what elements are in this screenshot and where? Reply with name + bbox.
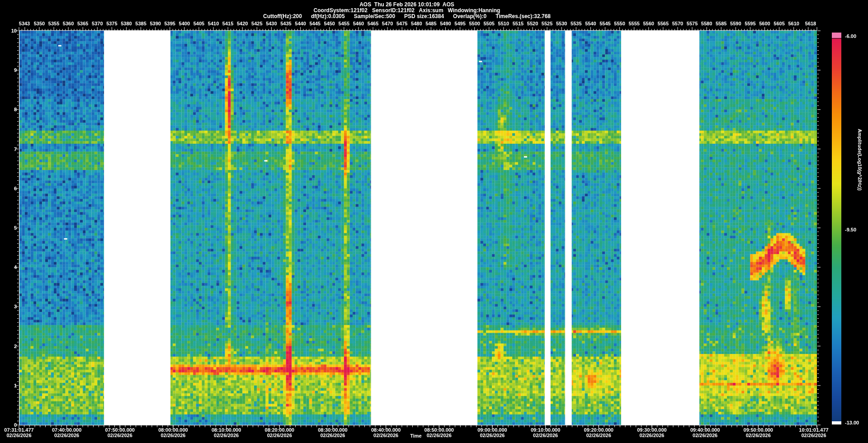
bottom-axis-time-label: 09:30:00.000	[637, 427, 666, 433]
y-axis-tick-label: 6	[14, 186, 17, 191]
top-axis-tick-label: 5415	[222, 21, 233, 26]
top-axis-tick-label: 5440	[295, 21, 306, 26]
y-axis-tick-label: 4	[14, 264, 17, 270]
top-axis-tick-label: 5610	[788, 21, 799, 26]
bottom-axis-time-label: 09:50:00.000	[744, 427, 773, 433]
spectrogram-canvas	[0, 0, 868, 443]
bottom-axis-date-label: 02/26/2026	[320, 433, 345, 438]
top-axis-tick-label: 5585	[716, 21, 726, 26]
top-axis-tick-label: 5500	[469, 21, 480, 26]
colorbar-axis-title: Amplitude(Log10(g^2/Hz))	[857, 129, 863, 191]
top-axis-tick-label: 5460	[353, 21, 364, 26]
bottom-axis-time-label: 10:01:01.477	[799, 427, 828, 433]
top-axis-tick-label: 5365	[77, 21, 88, 26]
bottom-axis-time-label: 07:50:00.000	[105, 427, 135, 433]
top-axis-tick-label: 5495	[454, 21, 465, 26]
bottom-axis-date-label: 02/26/2026	[586, 433, 611, 438]
bottom-axis-date-label: 02/26/2026	[214, 433, 239, 438]
top-axis-tick-label: 5520	[527, 21, 538, 26]
top-axis-tick-label: 5565	[658, 21, 669, 26]
bottom-axis-date-label: 02/26/2026	[639, 433, 664, 438]
bottom-axis-time-label: 09:10:00.000	[531, 427, 560, 433]
top-axis-tick-label: 5618	[805, 21, 816, 26]
top-axis-tick-label: 5605	[774, 21, 784, 26]
top-axis-tick-label: 5445	[309, 21, 320, 26]
top-axis-tick-label: 5410	[208, 21, 219, 26]
top-axis-tick-label: 5465	[368, 21, 378, 26]
top-axis-tick-label: 5435	[280, 21, 291, 26]
top-axis-tick-label: 5400	[179, 21, 190, 26]
top-axis-tick-label: 5525	[542, 21, 552, 26]
bottom-axis-time-label: 09:20:00.000	[584, 427, 613, 433]
top-axis-tick-label: 5535	[571, 21, 581, 26]
bottom-axis-time-label: 08:20:00.000	[265, 427, 294, 433]
top-axis-tick-label: 5360	[63, 21, 74, 26]
bottom-axis-time-label: 09:00:00.000	[477, 427, 507, 433]
y-axis-tick-label: 7	[14, 146, 17, 152]
top-axis-tick-label: 5470	[382, 21, 393, 26]
bottom-axis-time-label: 07:31:01.477	[4, 427, 33, 433]
top-axis-tick-label: 5540	[585, 21, 596, 26]
top-axis-tick-label: 5375	[106, 21, 117, 26]
y-axis-tick-label: 3	[14, 304, 17, 309]
top-axis-tick-label: 5350	[34, 21, 45, 26]
top-axis-tick-label: 5343	[19, 21, 30, 26]
top-axis-tick-label: 5515	[513, 21, 524, 26]
top-axis-tick-label: 5550	[614, 21, 625, 26]
y-axis-tick-label: 10	[11, 28, 17, 33]
bottom-axis-date-label: 02/26/2026	[746, 433, 771, 438]
header-params-line2: CoordSystem:121f02 SensorID:121f02 Axis:…	[0, 7, 814, 14]
header-params-line3: Cuttoff(Hz):200 df(Hz):0.0305 Sample/Sec…	[0, 13, 814, 19]
bottom-axis-date-label: 02/26/2026	[480, 433, 505, 438]
bottom-axis-date-label: 02/26/2026	[693, 433, 717, 438]
top-axis-tick-label: 5395	[164, 21, 175, 26]
colorbar-tick-mid: -9.50	[845, 227, 856, 232]
top-axis-tick-label: 5485	[425, 21, 436, 26]
bottom-axis-date-label: 02/26/2026	[801, 433, 826, 438]
top-axis-tick-label: 5570	[672, 21, 683, 26]
top-axis-tick-label: 5575	[687, 21, 698, 26]
top-axis-tick-label: 5530	[556, 21, 567, 26]
y-axis-tick-label: 1	[14, 383, 17, 388]
aos-spectrogram-window: AOS Thu 26 Feb 2026 10:01:09 AOS CoordSy…	[0, 0, 868, 443]
top-axis-tick-label: 5560	[643, 21, 654, 26]
bottom-axis-date-label: 02/26/2026	[54, 433, 79, 438]
top-axis-tick-label: 5385	[135, 21, 146, 26]
bottom-axis-time-label: 07:40:00.000	[52, 427, 81, 433]
top-axis-tick-label: 5390	[150, 21, 160, 26]
y-axis-tick-label: 2	[14, 344, 17, 349]
top-axis-tick-label: 5380	[121, 21, 132, 26]
x-axis-title: Time	[389, 433, 443, 438]
y-axis-tick-label: 8	[14, 107, 17, 112]
top-axis-tick-label: 5480	[411, 21, 422, 26]
y-axis-tick-label: 9	[14, 67, 17, 73]
window-title: AOS Thu 26 Feb 2026 10:01:09 AOS	[0, 1, 814, 8]
top-axis-tick-label: 5510	[498, 21, 509, 26]
top-axis-tick-label: 5420	[237, 21, 248, 26]
y-axis-tick-label: 5	[14, 225, 17, 231]
top-axis-tick-label: 5595	[745, 21, 755, 26]
top-axis-tick-label: 5455	[339, 21, 349, 26]
bottom-axis-time-label: 08:50:00.000	[425, 427, 454, 433]
top-axis-tick-label: 5590	[730, 21, 741, 26]
top-axis-tick-label: 5430	[266, 21, 277, 26]
top-axis-tick-label: 5405	[193, 21, 204, 26]
top-axis-tick-label: 5370	[92, 21, 103, 26]
top-axis-tick-label: 5580	[701, 21, 712, 26]
colorbar-tick-min: -13.00	[845, 420, 859, 425]
bottom-axis-date-label: 02/26/2026	[267, 433, 292, 438]
bottom-axis-date-label: 02/26/2026	[160, 433, 185, 438]
bottom-axis-date-label: 02/26/2026	[108, 433, 132, 438]
colorbar-tick-max: -6.00	[845, 33, 856, 39]
top-axis-tick-label: 5355	[48, 21, 59, 26]
bottom-axis-date-label: 02/26/2026	[6, 433, 31, 438]
bottom-axis-time-label: 08:40:00.000	[371, 427, 401, 433]
bottom-axis-date-label: 02/26/2026	[533, 433, 558, 438]
top-axis-tick-label: 5600	[759, 21, 770, 26]
top-axis-tick-label: 5425	[251, 21, 262, 26]
bottom-axis-time-label: 08:10:00.000	[212, 427, 241, 433]
top-axis-tick-label: 5505	[483, 21, 494, 26]
top-axis-tick-label: 5555	[628, 21, 639, 26]
bottom-axis-time-label: 08:30:00.000	[318, 427, 347, 433]
top-axis-tick-label: 5490	[440, 21, 451, 26]
